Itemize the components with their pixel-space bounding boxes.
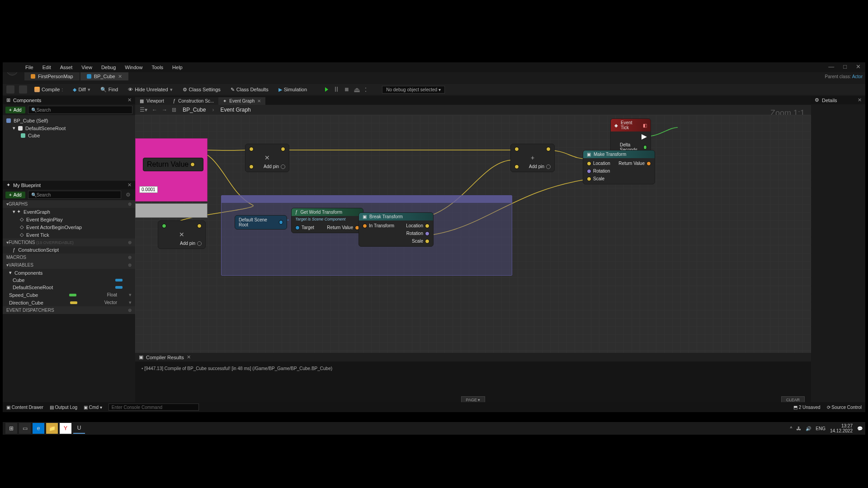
output-pin-icon[interactable]: [643, 145, 647, 150]
input-pin-icon[interactable]: [514, 164, 519, 169]
explorer-icon[interactable]: 📁: [46, 423, 58, 434]
network-icon[interactable]: 🖧: [797, 426, 801, 431]
get-world-transform-node[interactable]: ƒGet World Transform Target is Scene Com…: [291, 208, 363, 233]
volume-icon[interactable]: 🔊: [806, 426, 811, 431]
mybp-add-button[interactable]: + Add: [5, 192, 25, 198]
add-pin-icon[interactable]: [546, 164, 551, 169]
output-pin-icon[interactable]: [197, 224, 202, 228]
output-pin-icon[interactable]: [425, 224, 429, 228]
value-input[interactable]: 0.0001: [139, 186, 158, 193]
close-icon[interactable]: ✕: [257, 99, 261, 103]
components-search-input[interactable]: 🔍 Search: [28, 106, 132, 114]
break-transform-node[interactable]: ▣Break Transform In TransformLocation Ro…: [359, 212, 434, 247]
menu-file[interactable]: File: [21, 65, 38, 70]
find-button[interactable]: 🔍Find: [98, 86, 121, 94]
component-cube[interactable]: Cube: [3, 132, 135, 139]
output-pin-icon[interactable]: [646, 161, 651, 166]
output-pin-icon[interactable]: [425, 231, 429, 236]
input-pin-icon[interactable]: [363, 224, 367, 228]
multiply-node-b[interactable]: ✕ Add pin: [158, 221, 206, 249]
close-icon[interactable]: ✕: [853, 63, 863, 70]
notifications-icon[interactable]: 💬: [857, 426, 863, 431]
chevron-down-icon[interactable]: ▾: [129, 292, 132, 298]
menu-help[interactable]: Help: [168, 65, 187, 70]
var-speed[interactable]: Speed_CubeFloat▾: [3, 291, 135, 299]
add-vector-node[interactable]: + Add pin: [510, 144, 555, 172]
hide-unrelated-button[interactable]: 👁Hide Unrelated▾: [125, 86, 175, 94]
event-beginplay[interactable]: ◇ Event BeginPlay: [3, 216, 135, 223]
tab-construction[interactable]: ƒ Construction Sc...: [169, 97, 218, 105]
content-drawer-button[interactable]: ▣ Content Drawer: [6, 405, 43, 410]
bookmark-icon[interactable]: ◧: [643, 123, 647, 128]
input-pin-icon[interactable]: [587, 161, 591, 166]
output-pin-icon[interactable]: [425, 239, 429, 244]
comment-box[interactable]: Return Value 0.0001: [135, 138, 208, 202]
unsaved-indicator[interactable]: ⬒ 2 Unsaved: [793, 405, 821, 410]
yandex-icon[interactable]: Y: [60, 423, 71, 434]
compile-button[interactable]: Compile :: [32, 86, 66, 93]
diff-button[interactable]: ◆Diff▾: [70, 86, 93, 94]
output-pin-icon[interactable]: [546, 147, 551, 151]
maximize-icon[interactable]: □: [840, 63, 849, 70]
nav-forward-icon[interactable]: →: [162, 107, 167, 113]
source-control-button[interactable]: ⟳ Source Control: [827, 405, 862, 410]
functions-section[interactable]: ▾ FUNCTIONS (19 OVERRIDABLE)⊕: [3, 239, 135, 246]
output-pin-icon[interactable]: [279, 220, 283, 225]
output-pin-icon[interactable]: [281, 147, 285, 151]
stop-icon[interactable]: ■: [344, 85, 349, 94]
components-close-icon[interactable]: ✕: [127, 97, 132, 103]
variables-section[interactable]: ▾ VARIABLES⊕: [3, 261, 135, 269]
sequence-fragment[interactable]: [135, 203, 208, 218]
nav-back-icon[interactable]: ←: [152, 107, 157, 113]
input-pin-icon[interactable]: [587, 169, 591, 174]
var-scene-root[interactable]: DefaultSceneRoot: [3, 284, 135, 291]
menu-edit[interactable]: Edit: [38, 65, 56, 70]
nav-home-icon[interactable]: ⊞: [172, 107, 176, 113]
input-pin-icon[interactable]: [249, 164, 254, 169]
exec-pin-icon[interactable]: [642, 134, 647, 140]
variable-get-node[interactable]: Default Scene Root: [235, 215, 287, 230]
var-direction[interactable]: Direction_CubeVector▾: [3, 299, 135, 306]
step-icon[interactable]: ⏸: [333, 85, 340, 94]
menu-debug[interactable]: Debug: [97, 65, 120, 70]
play-options-icon[interactable]: :: [365, 85, 367, 94]
dispatchers-section[interactable]: EVENT DISPATCHERS⊕: [3, 306, 135, 314]
menu-view[interactable]: View: [77, 65, 97, 70]
tab-close-icon[interactable]: ✕: [118, 74, 122, 80]
gear-icon[interactable]: ⚙: [124, 192, 132, 198]
language-indicator[interactable]: ENG: [816, 426, 826, 431]
graphs-section[interactable]: ▾ GRAPHS⊕: [3, 200, 135, 208]
construction-script[interactable]: ƒ ConstructionScript: [3, 246, 135, 253]
start-button[interactable]: ⊞: [5, 423, 17, 434]
add-pin-icon[interactable]: [281, 164, 285, 169]
tab-map[interactable]: FirstPersonMap: [24, 72, 80, 80]
add-icon[interactable]: ⊕: [128, 202, 132, 206]
cmd-button[interactable]: ▣ Cmd ▾: [84, 405, 102, 410]
clock[interactable]: 13:27 14.12.2022: [830, 423, 853, 433]
add-icon[interactable]: ⊕: [128, 255, 132, 260]
add-icon[interactable]: ⊕: [128, 240, 132, 245]
components-var-group[interactable]: ▾ Components: [3, 269, 135, 277]
event-tick[interactable]: ◇ Event Tick: [3, 231, 135, 239]
chevron-down-icon[interactable]: ▾: [129, 300, 132, 305]
close-icon[interactable]: ✕: [187, 354, 191, 360]
class-settings-button[interactable]: ⚙Class Settings: [180, 86, 223, 94]
event-overlap[interactable]: ◇ Event ActorBeginOverlap: [3, 223, 135, 231]
input-pin-icon[interactable]: [514, 147, 519, 151]
parent-class-link[interactable]: Actor: [852, 74, 863, 79]
mybp-close-icon[interactable]: ✕: [127, 182, 132, 188]
browse-icon[interactable]: [19, 85, 27, 94]
unreal-icon[interactable]: U: [73, 423, 85, 434]
multiply-node[interactable]: ✕ Add pin: [245, 144, 289, 172]
add-pin-icon[interactable]: [197, 241, 202, 246]
add-icon[interactable]: ⊕: [128, 263, 132, 267]
input-pin-icon[interactable]: [587, 177, 591, 181]
mybp-search-input[interactable]: 🔍 Search: [28, 191, 121, 199]
input-pin-icon[interactable]: [162, 224, 166, 228]
simulation-button[interactable]: ▶Simulation: [276, 86, 310, 94]
output-pin-icon[interactable]: [190, 162, 195, 167]
taskview-icon[interactable]: ▭: [19, 423, 31, 434]
close-icon[interactable]: ✕: [858, 97, 862, 103]
nav-menu-icon[interactable]: ☰▾: [140, 107, 147, 113]
output-log-button[interactable]: ▤ Output Log: [50, 405, 77, 410]
